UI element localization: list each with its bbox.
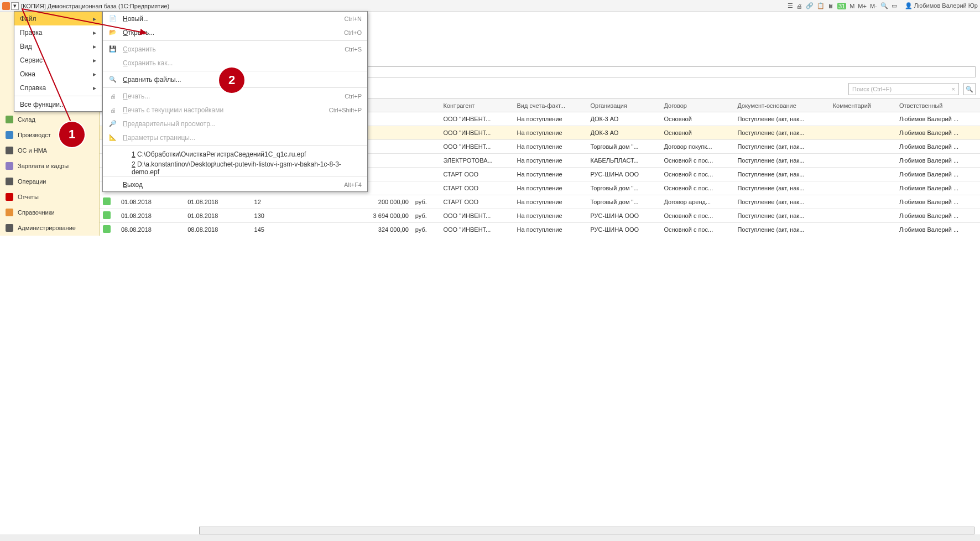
- table-row[interactable]: 08.08.201808.08.2018145324 000,00руб.ООО…: [100, 223, 980, 236]
- sidebar-item-7[interactable]: Администрирование: [0, 220, 99, 236]
- document-icon: [103, 197, 111, 205]
- clear-icon[interactable]: ×: [952, 86, 955, 92]
- fav-icon[interactable]: ☰: [788, 2, 793, 9]
- sidebar-item-4[interactable]: Операции: [0, 174, 99, 189]
- calendar-icon[interactable]: 31: [837, 3, 846, 9]
- submenu-item-3: 💾СохранитьCtrl+S: [103, 42, 367, 56]
- sidebar-item-3[interactable]: Зарплата и кадры: [0, 158, 99, 174]
- titlebar-tools: ☰ 🖨 🔗 📋 🖩 31 M M+ M- 🔍 ▭ 👤 Любимов Валер…: [788, 2, 978, 9]
- search-input[interactable]: Поиск (Ctrl+F)×: [848, 83, 959, 95]
- table-row[interactable]: 01.08.201801.08.20181303 694 000,00руб.О…: [100, 209, 980, 223]
- file-submenu: 📄Новый...Ctrl+N📂Открыть...Ctrl+O💾Сохрани…: [102, 11, 368, 192]
- zoom-icon[interactable]: 🔍: [880, 2, 888, 9]
- document-icon: [103, 211, 111, 219]
- menu-item-0[interactable]: Файл▸: [14, 12, 102, 25]
- submenu-item-14[interactable]: 2 D:\a.konstantinov\Desktop\uchet-putevi…: [103, 161, 367, 175]
- titlebar: ▾ [КОПИЯ] Демонстрационная база (1С:Пред…: [0, 0, 980, 12]
- m-icon[interactable]: M: [849, 3, 854, 9]
- search-button[interactable]: 🔍: [963, 83, 976, 95]
- column-header[interactable]: Вид счета-факт...: [513, 99, 587, 112]
- mplus-icon[interactable]: M+: [858, 3, 867, 9]
- link-icon[interactable]: 🔗: [806, 2, 814, 9]
- column-header[interactable]: Договор: [660, 99, 734, 112]
- table-row[interactable]: 01.08.201801.08.201812200 000,00руб.СТАР…: [100, 195, 980, 209]
- org-input[interactable]: [277, 66, 976, 77]
- mminus-icon[interactable]: M-: [870, 3, 877, 9]
- column-header[interactable]: Контрагент: [440, 99, 514, 112]
- sidebar-item-5[interactable]: Отчеты: [0, 189, 99, 205]
- submenu-item-10: 🔎Предварительный просмотр...: [103, 117, 367, 131]
- column-header[interactable]: [412, 99, 440, 112]
- document-icon: [103, 225, 111, 233]
- window-title: [КОПИЯ] Демонстрационная база (1С:Предпр…: [21, 3, 788, 9]
- main-menu-popup: Файл▸Правка▸Вид▸Сервис▸Окна▸Справка▸Все …: [14, 11, 102, 112]
- sidebar-item-2[interactable]: ОС и НМА: [0, 143, 99, 158]
- sidebar-item-0[interactable]: Склад: [0, 112, 99, 127]
- submenu-item-13[interactable]: 1 C:\Обработки\ОчисткаРегистраСведений1C…: [103, 147, 367, 161]
- menu-item-5[interactable]: Справка▸: [14, 81, 102, 95]
- app-icon: [2, 2, 10, 10]
- menu-item-4[interactable]: Окна▸: [14, 67, 102, 81]
- annotation-1: 1: [58, 121, 86, 148]
- submenu-item-0[interactable]: 📄Новый...Ctrl+N: [103, 12, 367, 25]
- clipboard-icon[interactable]: 📋: [817, 2, 825, 9]
- user-label[interactable]: 👤 Любимов Валерий Юр: [905, 2, 978, 9]
- menu-item-6[interactable]: Все функции...: [14, 97, 102, 111]
- submenu-item-9: 🖨Печать с текущими настройкамиCtrl+Shift…: [103, 103, 367, 117]
- column-header[interactable]: Организация: [587, 99, 660, 112]
- main-menu-dropdown[interactable]: ▾: [11, 2, 19, 10]
- print-icon[interactable]: 🖨: [796, 3, 802, 9]
- layout-icon[interactable]: ▭: [892, 2, 897, 9]
- submenu-item-11: 📐Параметры страницы...: [103, 131, 367, 144]
- menu-item-2[interactable]: Вид▸: [14, 39, 102, 53]
- calc-icon[interactable]: 🖩: [828, 3, 834, 9]
- annotation-2: 2: [218, 66, 246, 94]
- menu-item-3[interactable]: Сервис▸: [14, 53, 102, 67]
- column-header[interactable]: Документ-основание: [734, 99, 829, 112]
- column-header[interactable]: Ответственный: [896, 99, 980, 112]
- column-header[interactable]: Комментарий: [830, 99, 896, 112]
- sidebar-item-6[interactable]: Справочники: [0, 205, 99, 220]
- submenu-item-16[interactable]: ВыходAlt+F4: [103, 178, 367, 191]
- submenu-item-1[interactable]: 📂Открыть...Ctrl+O: [103, 25, 367, 39]
- menu-item-1[interactable]: Правка▸: [14, 25, 102, 39]
